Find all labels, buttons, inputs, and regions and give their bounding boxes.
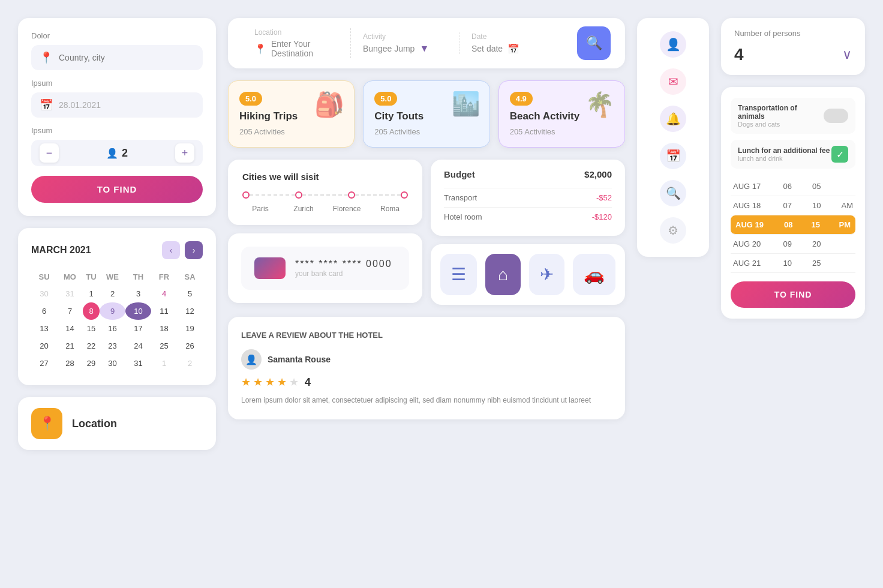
activity-count-city: 205 Activities	[374, 127, 478, 136]
option-animals-sub: Dogs and cats	[738, 121, 824, 128]
toggle-animals[interactable]	[824, 109, 848, 123]
city-line-2	[302, 194, 348, 196]
persons-chevron-icon[interactable]: ∨	[842, 47, 852, 62]
country-input[interactable]	[59, 53, 194, 62]
search-icon-2[interactable]: 🔍	[660, 180, 686, 206]
cal-day[interactable]: 19	[177, 320, 203, 337]
cal-day[interactable]: 2	[100, 285, 125, 302]
time-row-aug17[interactable]: AUG 17 06 05	[731, 177, 855, 196]
increment-button[interactable]: +	[175, 143, 194, 163]
option-animals-text: Transportation of animals Dogs and cats	[738, 104, 824, 128]
cal-day[interactable]: 22	[83, 337, 100, 355]
cal-day[interactable]: 12	[177, 302, 203, 320]
cal-day[interactable]: 23	[100, 337, 125, 355]
nav-car-icon[interactable]: 🚗	[573, 254, 615, 295]
prev-month-button[interactable]: ‹	[162, 241, 180, 259]
cal-day[interactable]: 30	[31, 285, 57, 302]
time-row-aug21[interactable]: AUG 21 10 25	[731, 254, 855, 273]
time-find-button[interactable]: TO FIND	[731, 281, 855, 308]
nav-home-icon[interactable]: ⌂	[485, 254, 521, 295]
cal-day[interactable]: 31	[57, 285, 83, 302]
cal-day[interactable]: 27	[31, 355, 57, 372]
cal-day[interactable]: 30	[100, 355, 125, 372]
rating-badge-beach: 4.9	[510, 92, 533, 106]
reviewer-row: 👤 Samanta Rouse	[241, 349, 612, 370]
decrement-button[interactable]: −	[40, 143, 59, 163]
search-date-section: Date Set date 📅	[459, 32, 567, 55]
time-row-aug18[interactable]: AUG 18 07 10 AM	[731, 196, 855, 215]
cal-day[interactable]: 6	[31, 302, 57, 320]
next-month-button[interactable]: ›	[185, 241, 203, 259]
time-hour-aug17: 06	[777, 182, 798, 191]
budget-transport-label: Transport	[444, 193, 477, 202]
search-location-value-row: 📍 Enter Your Destination	[254, 39, 338, 58]
time-row-aug20[interactable]: AUG 20 09 20	[731, 235, 855, 254]
cal-day[interactable]: 28	[57, 355, 83, 372]
cal-day[interactable]: 1	[151, 355, 177, 372]
nav-menu-icon[interactable]: ☰	[440, 254, 477, 295]
day-mo: MO	[57, 269, 83, 285]
persons-title: Number of persons	[734, 29, 852, 38]
cal-day[interactable]: 5	[177, 285, 203, 302]
menu-social-column: 👤 ✉ 🔔 📅 🔍 ⚙	[637, 18, 709, 257]
search-date-value-row: Set date 📅	[471, 43, 555, 55]
nav-plane-icon[interactable]: ✈	[529, 254, 564, 295]
cal-day[interactable]: 1	[83, 285, 100, 302]
cal-day[interactable]: 15	[83, 320, 100, 337]
date-input-row[interactable]: 📅	[31, 92, 203, 118]
counter-value: 2	[122, 147, 128, 160]
cal-day-9[interactable]: 9	[100, 302, 125, 320]
cal-day[interactable]: 4	[151, 285, 177, 302]
find-button[interactable]: TO FIND	[31, 176, 203, 203]
profile-icon[interactable]: 👤	[660, 31, 686, 58]
cal-day[interactable]: 18	[151, 320, 177, 337]
option-lunch: Lunch for an additional fee lunch and dr…	[731, 140, 855, 169]
city-zurich: Zurich	[286, 205, 322, 213]
mail-icon[interactable]: ✉	[660, 68, 686, 95]
location-card: 📍 Location	[18, 397, 216, 450]
cal-day[interactable]: 14	[57, 320, 83, 337]
star-count: 4	[305, 376, 311, 389]
date-input[interactable]	[59, 100, 194, 110]
budget-card: Budget $2,000 Transport -$52 Hotel room …	[431, 160, 625, 236]
cal-day[interactable]: 11	[151, 302, 177, 320]
cal-day-today[interactable]: 8	[83, 302, 100, 320]
gear-icon[interactable]: ⚙	[660, 217, 686, 244]
cities-bank-section: Cities we will sisit Paris Zurich Floren	[228, 160, 625, 305]
cal-day[interactable]: 13	[31, 320, 57, 337]
calendar-icon-2[interactable]: 📅	[660, 143, 686, 169]
search-activity-section: Activity Bungee Jump ▼	[351, 32, 459, 54]
cal-day[interactable]: 20	[31, 337, 57, 355]
hiking-icon: 🎒	[314, 91, 344, 119]
cal-day[interactable]: 24	[125, 337, 151, 355]
cal-day[interactable]: 21	[57, 337, 83, 355]
cal-day[interactable]: 31	[125, 355, 151, 372]
time-row-aug19[interactable]: AUG 19 08 15 PM	[731, 215, 855, 235]
city-icon: 🏙️	[452, 91, 480, 117]
cal-day[interactable]: 3	[125, 285, 151, 302]
dolor-label: Dolor	[31, 31, 203, 40]
time-min-aug18: 10	[806, 201, 827, 210]
budget-hotel-label: Hotel room	[444, 212, 482, 221]
cal-day[interactable]: 29	[83, 355, 100, 372]
cal-day[interactable]: 25	[151, 337, 177, 355]
bell-icon[interactable]: 🔔	[660, 106, 686, 132]
checkbox-lunch[interactable]: ✓	[831, 146, 848, 163]
cal-day[interactable]: 16	[100, 320, 125, 337]
city-roma: Roma	[372, 205, 408, 213]
cal-day[interactable]: 7	[57, 302, 83, 320]
cal-day[interactable]: 26	[177, 337, 203, 355]
search-button[interactable]: 🔍	[577, 26, 611, 60]
activity-card-city: 5.0 🏙️ City Touts 205 Activities	[363, 80, 489, 148]
search-cal-icon: 📅	[507, 43, 519, 55]
country-input-row[interactable]: 📍	[31, 45, 203, 70]
budget-amount: $2,000	[584, 169, 612, 179]
cal-day[interactable]: 2	[177, 355, 203, 372]
bank-card-hint: your bank card	[295, 269, 392, 278]
cal-day[interactable]: 17	[125, 320, 151, 337]
city-dot-zurich	[295, 191, 302, 199]
cal-day-10[interactable]: 10	[125, 302, 151, 320]
bank-card: **** **** **** 0000 your bank card	[228, 233, 422, 303]
time-date-aug20: AUG 20	[733, 239, 769, 248]
day-we: WE	[100, 269, 125, 285]
